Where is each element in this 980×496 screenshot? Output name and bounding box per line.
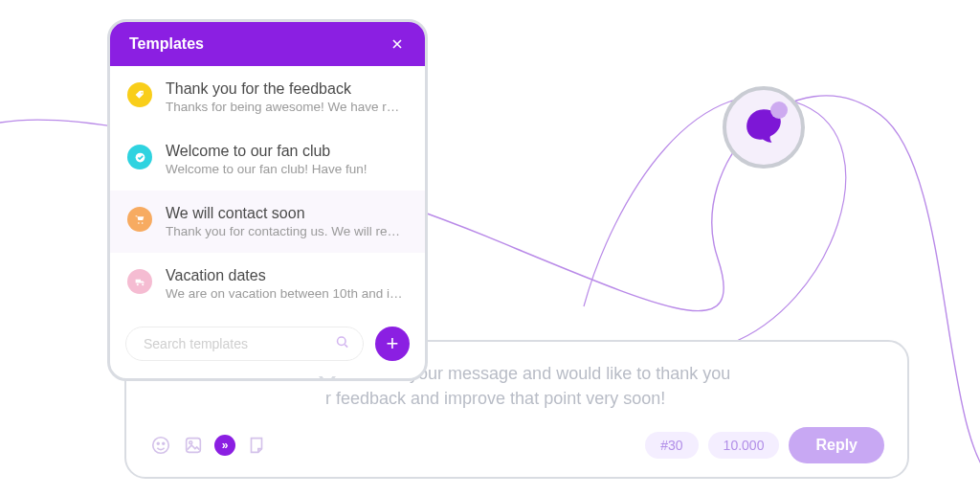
template-subtitle: Thank you for contacting us. We will re…	[166, 224, 400, 238]
templates-panel: Templates Thank you for the feedback Tha…	[107, 19, 428, 381]
close-icon[interactable]	[389, 35, 406, 53]
svg-rect-3	[187, 439, 201, 453]
composer-toolbar: »	[149, 434, 268, 457]
templates-title: Templates	[129, 35, 204, 53]
template-title: We will contact soon	[166, 205, 400, 222]
truck-icon	[127, 269, 152, 294]
template-subtitle: Welcome to our fan club! Have fun!	[166, 162, 368, 176]
template-title: Thank you for the feedback	[166, 80, 399, 98]
cart-icon	[127, 207, 152, 232]
add-template-button[interactable]: +	[375, 327, 410, 361]
svg-point-6	[338, 337, 346, 346]
svg-point-2	[163, 442, 165, 444]
chip-hash[interactable]: #30	[645, 432, 698, 459]
emoji-icon[interactable]	[149, 434, 172, 457]
image-icon[interactable]	[182, 434, 205, 457]
reply-button[interactable]: Reply	[789, 427, 884, 463]
search-icon	[334, 334, 350, 354]
popover-arrow	[319, 376, 336, 381]
template-title: Vacation dates	[166, 267, 402, 284]
templates-list: Thank you for the feedback Thanks for be…	[110, 66, 425, 315]
template-item[interactable]: Welcome to our fan club Welcome to our f…	[110, 128, 425, 191]
template-subtitle: We are on vacation between 10th and i…	[166, 286, 402, 301]
search-input[interactable]	[125, 327, 364, 361]
templates-header: Templates	[110, 22, 425, 66]
check-icon	[127, 145, 152, 169]
svg-point-4	[189, 441, 192, 444]
brand-logo-icon	[744, 105, 784, 149]
svg-point-0	[153, 438, 169, 454]
template-item[interactable]: Vacation dates We are on vacation betwee…	[110, 253, 425, 315]
templates-icon[interactable]: »	[214, 435, 235, 456]
note-icon[interactable]	[245, 434, 268, 457]
tag-icon	[127, 82, 152, 107]
template-subtitle: Thanks for being awesome! We have r…	[166, 100, 399, 114]
chip-count[interactable]: 10.000	[708, 432, 780, 459]
svg-point-1	[157, 442, 159, 444]
template-item[interactable]: We will contact soon Thank you for conta…	[110, 191, 425, 253]
template-title: Welcome to our fan club	[166, 143, 368, 160]
brand-bubble	[723, 86, 805, 169]
template-item[interactable]: Thank you for the feedback Thanks for be…	[110, 66, 425, 128]
